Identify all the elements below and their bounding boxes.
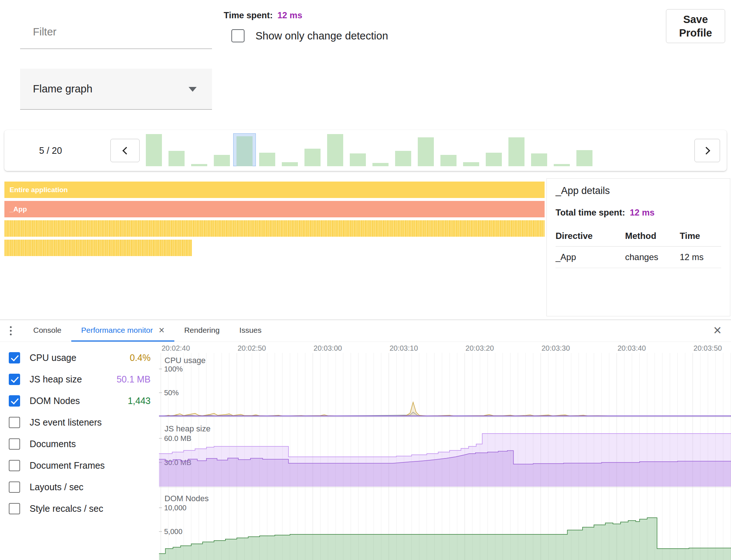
chevron-left-icon — [122, 146, 130, 154]
metric-toggle-js-heap-size[interactable]: JS heap size50.1 MB — [0, 369, 159, 390]
metric-label: JS heap size — [30, 374, 82, 385]
details-table-cell: 12 ms — [680, 247, 721, 268]
frame-bar-fill — [191, 164, 207, 166]
flame-row-directives-3[interactable] — [4, 240, 192, 256]
chart-title: DOM Nodes — [164, 494, 209, 503]
prev-frame-button[interactable] — [110, 139, 140, 162]
frame-bar[interactable] — [256, 133, 279, 166]
flame-row--app[interactable]: _App — [4, 201, 545, 217]
checkbox-unchecked-icon[interactable] — [9, 481, 20, 493]
frame-bar[interactable] — [369, 133, 392, 166]
checkbox-unchecked-icon[interactable] — [9, 503, 20, 514]
metric-value: 50.1 MB — [117, 374, 151, 385]
drawer-tabs: ConsolePerformance monitor×RenderingIssu… — [23, 320, 272, 342]
frame-bar[interactable] — [392, 133, 414, 166]
metric-toggle-document-frames[interactable]: Document Frames — [0, 455, 159, 476]
frame-bar-fill — [395, 151, 411, 166]
tab-console[interactable]: Console — [23, 320, 71, 342]
details-table-row: _Appchanges12 ms — [556, 247, 721, 268]
frame-bar[interactable] — [460, 133, 482, 166]
monitor-sidebar: CPU usage0.4%JS heap size50.1 MBDOM Node… — [0, 342, 159, 560]
checkbox-checked-icon[interactable] — [9, 352, 20, 363]
checkbox-checked-icon[interactable] — [9, 374, 20, 385]
tab-performance-monitor[interactable]: Performance monitor× — [71, 320, 174, 342]
close-drawer-icon[interactable]: × — [709, 320, 726, 341]
time-axis-label: 20:03:20 — [466, 344, 494, 352]
filter-input[interactable] — [20, 9, 212, 49]
change-detection-checkbox[interactable] — [231, 29, 245, 42]
time-axis-label: 20:02:40 — [162, 344, 190, 352]
checkbox-unchecked-icon[interactable] — [9, 417, 20, 428]
close-tab-icon[interactable]: × — [159, 325, 164, 335]
frame-bar[interactable] — [324, 133, 346, 166]
frame-bar-fill — [168, 151, 185, 166]
flame-row-label: _App — [10, 205, 27, 213]
frame-bar[interactable] — [482, 133, 505, 166]
checkbox-unchecked-icon[interactable] — [9, 438, 20, 450]
flame-row-directives-2[interactable] — [4, 220, 545, 237]
frame-bar[interactable] — [414, 133, 437, 166]
frame-bar-selected[interactable] — [233, 133, 256, 166]
frame-bar-fill — [463, 162, 479, 166]
frame-counter: 5 / 20 — [39, 130, 62, 171]
frame-bar[interactable] — [437, 133, 460, 166]
frame-bar[interactable] — [211, 133, 233, 166]
cpu-usage-area — [159, 402, 731, 416]
frame-bar-fill — [418, 137, 434, 166]
metric-label: Documents — [30, 439, 76, 449]
frame-bar[interactable] — [505, 133, 528, 166]
frame-bar-fill — [576, 150, 592, 166]
chart-title: JS heap size — [164, 424, 211, 433]
details-table-cell: changes — [625, 247, 679, 268]
frame-bar[interactable] — [346, 133, 369, 166]
frame-bar[interactable] — [188, 133, 211, 166]
metric-toggle-js-event-listeners[interactable]: JS event listeners — [0, 412, 159, 433]
dropdown-caret-icon — [189, 87, 197, 92]
frame-bar[interactable] — [279, 133, 301, 166]
metric-toggle-layouts-sec[interactable]: Layouts / sec — [0, 476, 159, 498]
details-table-head-row: DirectiveMethodTime — [556, 227, 721, 247]
next-frame-button[interactable] — [694, 139, 720, 162]
chart-title: CPU usage — [164, 356, 206, 365]
frame-bar-fill — [259, 153, 275, 166]
time-spent-label: Time spent: — [224, 10, 273, 20]
ytick-label: 50% — [164, 389, 179, 397]
save-profile-button[interactable]: Save Profile — [666, 9, 725, 43]
profiler-panel: Time spent: 12 ms Show only change detec… — [0, 0, 731, 320]
drawer-tabbar: ConsolePerformance monitor×RenderingIssu… — [0, 320, 731, 342]
ytick-label: 100% — [164, 365, 183, 373]
total-time-value: 12 ms — [630, 207, 655, 217]
frame-navigator: 5 / 20 — [4, 130, 727, 171]
frame-bar[interactable] — [528, 133, 550, 166]
time-axis-label: 20:02:50 — [238, 344, 266, 352]
metric-toggle-dom-nodes[interactable]: DOM Nodes1,443 — [0, 390, 159, 412]
frame-bar-fill — [282, 162, 298, 166]
frame-bar[interactable] — [550, 133, 573, 166]
frame-bar-fill — [440, 155, 457, 166]
devtools-drawer: ConsolePerformance monitor×RenderingIssu… — [0, 320, 731, 560]
checkbox-unchecked-icon[interactable] — [9, 460, 20, 471]
frame-bar[interactable] — [573, 133, 596, 166]
frame-bar[interactable] — [143, 133, 165, 166]
frame-bar-fill — [554, 164, 570, 166]
frame-bar[interactable] — [165, 133, 188, 166]
flame-row-entire-application[interactable]: Entire application — [4, 182, 545, 198]
frame-bar[interactable] — [301, 133, 324, 166]
more-tools-icon[interactable] — [1, 320, 20, 342]
tab-issues[interactable]: Issues — [230, 320, 272, 342]
time-axis-label: 20:03:30 — [542, 344, 570, 352]
time-axis-label: 20:03:50 — [693, 344, 722, 352]
checkbox-checked-icon[interactable] — [9, 395, 20, 407]
change-detection-toggle[interactable]: Show only change detection — [231, 29, 388, 42]
details-total: Total time spent: 12 ms — [556, 207, 730, 218]
metric-toggle-style-recalcs-sec[interactable]: Style recalcs / sec — [0, 498, 159, 519]
tab-rendering[interactable]: Rendering — [174, 320, 230, 342]
frame-bar-fill — [531, 153, 547, 166]
details-table: DirectiveMethodTime _Appchanges12 ms — [556, 227, 721, 268]
metric-toggle-cpu-usage[interactable]: CPU usage0.4% — [0, 347, 159, 369]
metric-label: DOM Nodes — [30, 396, 80, 406]
metric-value: 0.4% — [130, 353, 151, 363]
tab-label: Rendering — [184, 326, 220, 335]
view-mode-select[interactable]: Flame graph — [20, 69, 212, 110]
metric-toggle-documents[interactable]: Documents — [0, 433, 159, 455]
